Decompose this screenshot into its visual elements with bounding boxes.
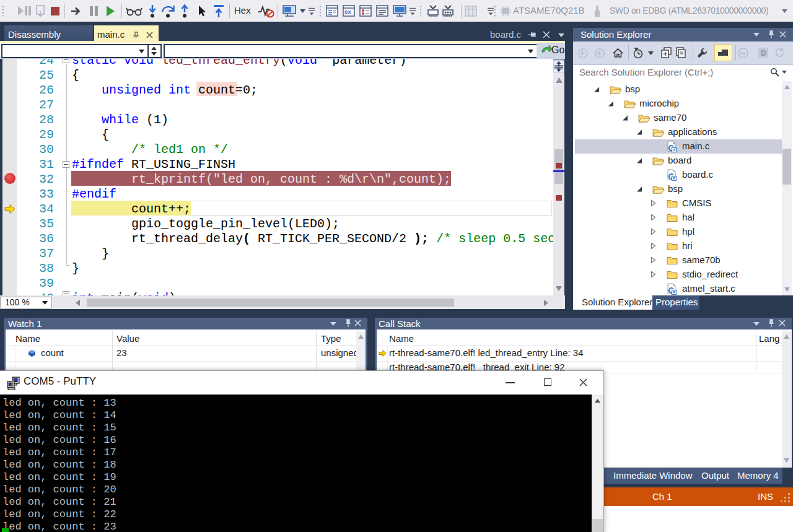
svg-text:D: D: [761, 49, 766, 58]
svg-text:0X: 0X: [344, 9, 351, 15]
svg-text:as: as: [740, 50, 746, 56]
